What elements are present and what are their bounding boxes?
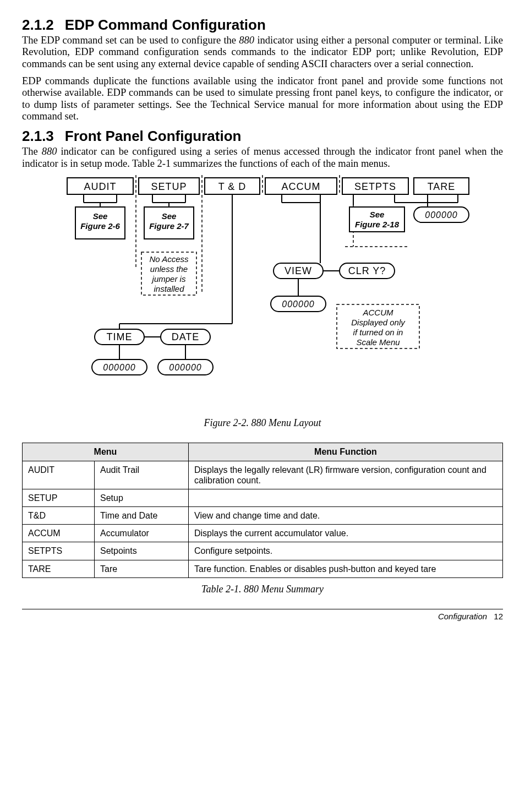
- table-row: SETUPSetup: [23, 489, 503, 506]
- svg-text:000000: 000000: [425, 210, 457, 220]
- svg-text:DATE: DATE: [172, 331, 200, 342]
- svg-text:000000: 000000: [169, 363, 201, 372]
- footer-section: Configuration: [438, 612, 487, 621]
- svg-text:000000: 000000: [103, 363, 135, 372]
- heading-213: 2.1.3Front Panel Configuration: [22, 128, 503, 145]
- table-row: TARETareTare function. Enables or disabl…: [23, 560, 503, 577]
- svg-text:TARE: TARE: [428, 181, 456, 192]
- svg-text:Scale Menu: Scale Menu: [356, 337, 400, 347]
- svg-text:Figure 2-7: Figure 2-7: [149, 221, 189, 231]
- th-func: Menu Function: [189, 443, 503, 461]
- svg-text:See: See: [93, 211, 108, 221]
- heading-212: 2.1.2EDP Command Configuration: [22, 17, 503, 34]
- menu-diagram-svg: AUDIT SETUP T & D ACCUM SETPTS TARE See …: [45, 175, 480, 406]
- figure-caption: Figure 2-2. 880 Menu Layout: [22, 417, 503, 429]
- heading-title: Front Panel Configuration: [65, 128, 242, 144]
- svg-text:No Access: No Access: [149, 254, 189, 264]
- svg-text:AUDIT: AUDIT: [84, 181, 117, 192]
- svg-text:SETPTS: SETPTS: [354, 181, 396, 192]
- table-row: T&DTime and DateView and change time and…: [23, 507, 503, 525]
- table-caption: Table 2-1. 880 Menu Summary: [22, 584, 503, 596]
- svg-text:if turned on in: if turned on in: [353, 328, 403, 337]
- menu-layout-figure: AUDIT SETUP T & D ACCUM SETPTS TARE See …: [22, 175, 503, 406]
- heading-num: 2.1.3: [22, 128, 54, 144]
- page-footer: Configuration 12: [22, 609, 503, 622]
- svg-text:unless the: unless the: [150, 264, 188, 274]
- svg-text:Figure 2-6: Figure 2-6: [80, 221, 120, 231]
- table-row: ACCUMAccumulatorDisplays the current acc…: [23, 525, 503, 542]
- heading-title: EDP Command Configuration: [65, 17, 266, 33]
- svg-text:000000: 000000: [282, 299, 314, 309]
- svg-text:TIME: TIME: [107, 331, 133, 342]
- svg-text:See: See: [370, 210, 385, 219]
- svg-text:ACCUM: ACCUM: [282, 181, 321, 192]
- svg-text:ACCUM: ACCUM: [363, 308, 394, 317]
- heading-num: 2.1.2: [22, 17, 54, 33]
- para-213-1: The 880 indicator can be configured usin…: [22, 146, 503, 170]
- para-212-1: The EDP command set can be used to confi…: [22, 35, 503, 70]
- svg-text:installed: installed: [154, 284, 184, 293]
- menu-summary-table: Menu Menu Function AUDITAudit TrailDispl…: [22, 443, 503, 578]
- table-row: SETPTSSetpointsConfigure setpoints.: [23, 542, 503, 560]
- svg-text:jumper is: jumper is: [151, 274, 186, 284]
- svg-text:T & D: T & D: [218, 181, 247, 192]
- svg-text:CLR Y?: CLR Y?: [348, 265, 386, 276]
- svg-text:SETUP: SETUP: [151, 181, 187, 192]
- footer-page: 12: [494, 612, 503, 621]
- svg-text:VIEW: VIEW: [285, 265, 312, 276]
- para-212-2: EDP commands duplicate the functions ava…: [22, 75, 503, 122]
- svg-text:Displayed only: Displayed only: [351, 318, 406, 327]
- th-menu: Menu: [23, 443, 189, 461]
- svg-text:See: See: [162, 211, 177, 221]
- table-row: AUDITAudit TrailDisplays the legally rel…: [23, 461, 503, 489]
- svg-text:Figure 2-18: Figure 2-18: [355, 220, 400, 229]
